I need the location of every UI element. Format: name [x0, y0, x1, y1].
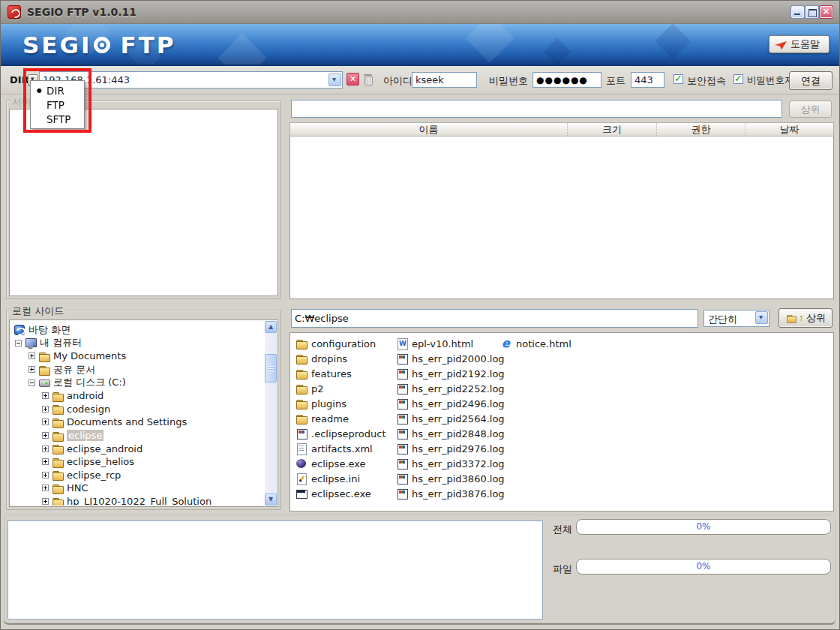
column-header-size[interactable]: 크기 [568, 123, 657, 136]
expand-toggle-icon[interactable] [42, 432, 49, 439]
folder-icon [296, 382, 308, 394]
collapse-toggle-icon[interactable] [28, 380, 35, 386]
menu-item-dir[interactable]: ●DIR [31, 83, 84, 98]
transfer-log[interactable] [8, 520, 543, 620]
file-name: p2 [311, 383, 324, 394]
maximize-button[interactable] [806, 6, 818, 18]
minimize-button[interactable] [791, 6, 804, 18]
id-label: 아이디 [383, 74, 412, 88]
file-name: hs_err_pid2496.log [412, 398, 505, 410]
tree-scrollbar[interactable]: ▲ ▼ [265, 321, 277, 506]
tree-item-4[interactable]: 로컬 디스크 (C:) [10, 376, 265, 389]
clear-address-button[interactable]: ✕ [346, 73, 359, 86]
port-input[interactable] [631, 72, 664, 88]
file-item[interactable]: hs_err_pid2564.log [396, 411, 505, 426]
connect-button[interactable]: 연결 [789, 71, 832, 90]
tree-item-7[interactable]: Documents and Settings [10, 416, 265, 429]
column-header-name[interactable]: 이름 [290, 123, 568, 136]
tree-item-6[interactable]: codesign [10, 403, 265, 416]
trash-icon[interactable] [362, 73, 374, 86]
tree-item-2[interactable]: My Documents [10, 350, 265, 363]
file-item[interactable]: notice.html [500, 336, 572, 351]
tree-item-12[interactable]: HNC [10, 482, 265, 495]
file-item[interactable]: hs_err_pid2976.log [396, 441, 505, 456]
secure-checkbox[interactable] [674, 74, 683, 84]
app-icon [8, 5, 21, 19]
column-header-date[interactable]: 날짜 [746, 123, 833, 136]
folder-icon [38, 364, 50, 376]
file-item[interactable]: .eclipseproduct [296, 426, 386, 441]
logo-o-glyph [94, 37, 110, 53]
expand-toggle-icon[interactable] [42, 472, 49, 478]
tree-item-1[interactable]: 내 컴퓨터 [10, 337, 265, 350]
view-mode-select[interactable]: 간단히 [704, 310, 770, 327]
address-combo-arrow[interactable] [328, 74, 341, 86]
tree-item-label: My Documents [53, 350, 126, 362]
collapse-toggle-icon[interactable] [15, 340, 22, 346]
tree-item-9[interactable]: eclipse_android [10, 442, 265, 455]
column-header-permission[interactable]: 권한 [657, 123, 746, 136]
tree-item-11[interactable]: eclipse_rcp [10, 469, 265, 482]
file-name: dropins [311, 353, 347, 364]
expand-toggle-icon[interactable] [42, 458, 49, 465]
file-item[interactable]: hs_err_pid3860.log [396, 471, 505, 486]
close-button[interactable]: × [820, 6, 832, 18]
scroll-up-icon[interactable]: ▲ [265, 321, 277, 333]
file-item[interactable]: hs_err_pid2496.log [396, 396, 505, 411]
file-item[interactable]: hs_err_pid2192.log [396, 366, 505, 381]
tree-item-10[interactable]: eclipse_helios [10, 455, 265, 469]
expand-toggle-icon[interactable] [42, 484, 49, 491]
expand-toggle-icon[interactable] [42, 498, 49, 505]
file-item[interactable]: dropins [296, 351, 386, 366]
file-name: hs_err_pid2000.log [412, 353, 505, 364]
local-path-input[interactable] [291, 309, 698, 328]
file-item[interactable]: configuration [296, 336, 386, 351]
file-item[interactable]: eclipse.exe [296, 456, 386, 471]
file-item[interactable]: artifacts.xml [296, 441, 386, 456]
file-item[interactable]: hs_err_pid3372.log [396, 456, 505, 471]
file-item[interactable]: hs_err_pid2252.log [396, 381, 505, 396]
scroll-thumb[interactable] [265, 354, 277, 382]
local-up-button[interactable]: ↑ 상위 [778, 308, 832, 328]
file-item[interactable]: hs_err_pid2000.log [396, 351, 505, 366]
id-input[interactable] [412, 72, 477, 88]
tree-item-label: 내 컴퓨터 [40, 336, 82, 350]
file-item[interactable]: features [296, 366, 386, 381]
tree-item-0[interactable]: 바탕 화면 [10, 323, 265, 337]
server-file-list[interactable] [290, 136, 834, 299]
password-field[interactable]: ●●●●●● [532, 72, 602, 88]
file-item[interactable]: eclipsec.exe [296, 486, 386, 501]
file-item[interactable]: readme [296, 411, 386, 426]
menu-item-ftp[interactable]: FTP [31, 98, 84, 112]
tree-item-8[interactable]: eclipse [10, 429, 265, 442]
file-item[interactable]: plugins [296, 396, 386, 411]
tree-item-label: eclipse_android [67, 443, 142, 454]
file-item[interactable]: hs_err_pid2848.log [396, 426, 505, 441]
total-progress-bar: 0% [576, 519, 831, 535]
expand-toggle-icon[interactable] [42, 418, 49, 425]
server-tree-panel[interactable] [9, 109, 278, 296]
folder-icon [52, 482, 64, 494]
expand-toggle-icon[interactable] [42, 406, 49, 412]
menu-item-sftp[interactable]: SFTP [31, 112, 84, 126]
disk-icon [38, 376, 50, 388]
expand-toggle-icon[interactable] [42, 446, 49, 452]
app-header: SEGIFTP 도움말 [0, 24, 840, 66]
file-item[interactable]: hs_err_pid3876.log [396, 486, 505, 501]
file-item[interactable]: eclipse.ini [296, 471, 386, 486]
expand-toggle-icon[interactable] [42, 392, 49, 399]
tree-item-13[interactable]: hp_LJ1020-1022_Full_Solution [10, 495, 265, 506]
help-button[interactable]: 도움말 [769, 35, 830, 53]
server-up-button[interactable]: 상위 [789, 100, 832, 118]
file-item[interactable]: p2 [296, 381, 386, 396]
tree-item-3[interactable]: 공유 문서 [10, 363, 265, 376]
expand-toggle-icon[interactable] [28, 366, 35, 373]
file-item[interactable]: epl-v10.html [396, 336, 505, 351]
xml-icon [296, 442, 308, 454]
file-name: hs_err_pid3372.log [412, 458, 505, 470]
tree-item-5[interactable]: android [10, 389, 265, 403]
scroll-down-icon[interactable]: ▼ [265, 494, 277, 506]
server-path-input[interactable] [291, 100, 782, 118]
expand-toggle-icon[interactable] [28, 352, 35, 359]
save-password-checkbox[interactable] [734, 74, 743, 84]
